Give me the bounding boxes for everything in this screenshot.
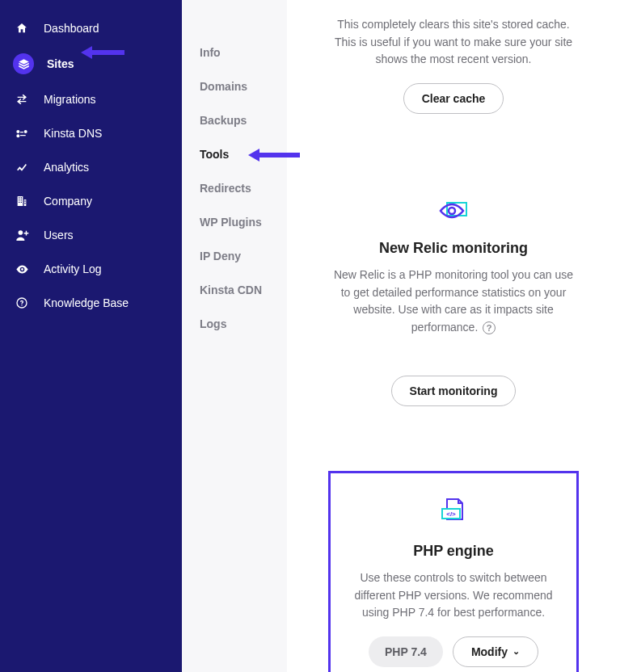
clear-cache-button[interactable]: Clear cache bbox=[403, 83, 504, 114]
company-icon bbox=[13, 192, 31, 210]
card-php-title: PHP engine bbox=[342, 543, 565, 560]
subnav-item-cdn[interactable]: Kinsta CDN bbox=[200, 273, 287, 307]
sidebar-item-label: Analytics bbox=[44, 161, 89, 174]
sidebar-item-company[interactable]: Company bbox=[0, 184, 182, 218]
subnav-item-tools[interactable]: Tools bbox=[200, 137, 287, 171]
card-newrelic: New Relic monitoring New Relic is a PHP … bbox=[328, 154, 579, 447]
sidebar-item-label: Dashboard bbox=[44, 22, 99, 35]
help-tooltip-icon[interactable]: ? bbox=[483, 321, 496, 334]
sidebar-item-label: Sites bbox=[47, 57, 74, 70]
layers-icon bbox=[13, 53, 34, 74]
sidebar-item-label: Migrations bbox=[44, 93, 96, 106]
eye-icon bbox=[13, 260, 31, 278]
analytics-icon bbox=[13, 158, 31, 176]
php-version-pill: PHP 7.4 bbox=[369, 636, 443, 667]
sidebar-item-users[interactable]: Users bbox=[0, 218, 182, 252]
button-label: Clear cache bbox=[422, 92, 486, 105]
sidebar-item-label: Knowledge Base bbox=[44, 296, 129, 309]
card-newrelic-title: New Relic monitoring bbox=[328, 240, 579, 257]
button-label: Modify bbox=[471, 645, 508, 658]
subnav-item-backups[interactable]: Backups bbox=[200, 103, 287, 137]
card-cache-desc: This completely clears this site's store… bbox=[328, 16, 579, 69]
primary-sidebar: Dashboard Sites Migrations Kinsta DNS An… bbox=[0, 0, 182, 672]
sidebar-item-analytics[interactable]: Analytics bbox=[0, 150, 182, 184]
secondary-nav: Info Domains Backups Tools Redirects WP … bbox=[182, 0, 287, 672]
monitoring-eye-icon bbox=[437, 200, 470, 222]
svg-text:</>: </> bbox=[446, 510, 456, 518]
sidebar-item-label: Users bbox=[44, 229, 74, 242]
sidebar-item-label: Company bbox=[44, 195, 92, 208]
card-cache: This completely clears this site's store… bbox=[328, 16, 579, 154]
sidebar-item-sites[interactable]: Sites bbox=[0, 45, 182, 82]
main-content: This completely clears this site's store… bbox=[287, 0, 620, 672]
subnav-item-domains[interactable]: Domains bbox=[200, 69, 287, 103]
sidebar-item-knowledge[interactable]: Knowledge Base bbox=[0, 286, 182, 320]
users-icon bbox=[13, 226, 31, 244]
sidebar-item-dns[interactable]: Kinsta DNS bbox=[0, 116, 182, 150]
subnav-item-ipdeny[interactable]: IP Deny bbox=[200, 239, 287, 273]
svg-point-1 bbox=[449, 208, 455, 214]
sidebar-item-label: Kinsta DNS bbox=[44, 127, 102, 140]
home-icon bbox=[13, 19, 31, 37]
card-newrelic-desc: New Relic is a PHP monitoring tool you c… bbox=[328, 267, 579, 337]
card-php-desc: Use these controls to switch between dif… bbox=[342, 569, 565, 622]
subnav-item-logs[interactable]: Logs bbox=[200, 307, 287, 341]
sidebar-item-activity[interactable]: Activity Log bbox=[0, 252, 182, 286]
subnav-item-wpplugins[interactable]: WP Plugins bbox=[200, 205, 287, 239]
subnav-item-info[interactable]: Info bbox=[200, 36, 287, 69]
help-icon bbox=[13, 294, 31, 312]
modify-php-button[interactable]: Modify ⌄ bbox=[453, 636, 538, 667]
migrations-icon bbox=[13, 90, 31, 108]
sidebar-item-migrations[interactable]: Migrations bbox=[0, 82, 182, 116]
sidebar-item-label: Activity Log bbox=[44, 262, 102, 275]
subnav-item-redirects[interactable]: Redirects bbox=[200, 171, 287, 205]
start-monitoring-button[interactable]: Start monitoring bbox=[391, 376, 517, 406]
dns-icon bbox=[13, 124, 31, 142]
chevron-down-icon: ⌄ bbox=[512, 646, 520, 657]
card-php-engine: </> PHP engine Use these controls to swi… bbox=[328, 471, 579, 672]
sidebar-item-dashboard[interactable]: Dashboard bbox=[0, 11, 182, 45]
button-label: Start monitoring bbox=[410, 384, 498, 397]
php-file-icon: </> bbox=[439, 498, 468, 525]
